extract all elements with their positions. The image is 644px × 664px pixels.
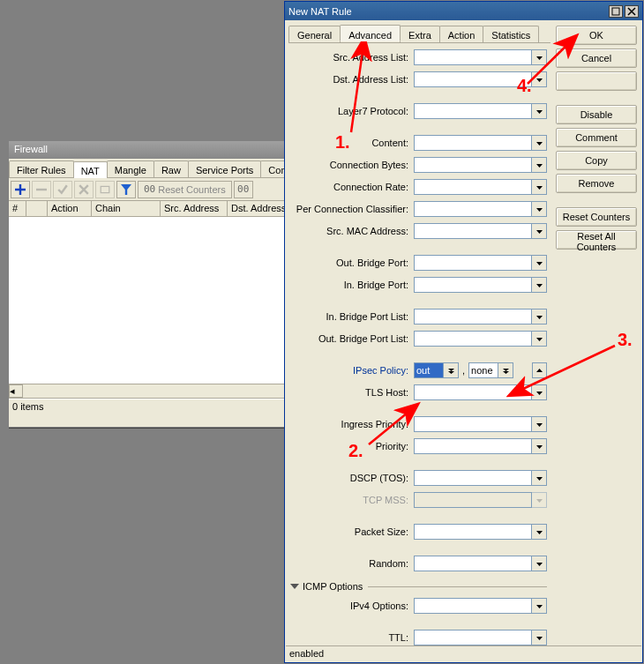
input-ipsec-level[interactable]: none [468,362,498,378]
dd-ipsec-level[interactable] [498,362,513,378]
input-in-bridge[interactable] [414,277,532,293]
input-ipv4-options[interactable] [414,598,532,614]
close-button[interactable] [625,5,639,18]
copy-button[interactable]: Copy [556,151,637,170]
tab-service-ports[interactable]: Service Ports [188,160,261,177]
dd-pcc[interactable] [532,201,547,217]
tab-nat[interactable]: NAT [73,161,108,178]
remove-button-win[interactable]: Remove [556,174,637,193]
collapse-ipsec[interactable] [532,362,547,378]
dd-ipv4-options[interactable] [532,598,547,614]
filter-button[interactable] [116,181,136,198]
label-layer7: Layer7 Protocol: [288,106,414,116]
dd-ipsec-direction[interactable] [444,362,459,378]
input-out-bridge[interactable] [414,255,532,271]
ok-button[interactable]: OK [556,26,637,45]
icmp-options-group[interactable]: ICMP Options [288,579,547,593]
dd-ttl[interactable] [532,630,547,645]
input-layer7[interactable] [414,103,532,119]
dd-tcp-mss [532,492,547,508]
tab-raw[interactable]: Raw [154,160,189,177]
dd-priority[interactable] [532,438,547,454]
tab-advanced[interactable]: Advanced [340,25,401,41]
input-pcc[interactable] [414,201,532,217]
disable-button[interactable]: Disable [556,105,637,124]
col-blank[interactable] [26,201,48,216]
label-random: Random: [288,558,414,569]
input-random[interactable] [414,556,532,571]
comma-sep: , [459,365,468,376]
input-conn-bytes[interactable] [414,157,532,173]
reset-all-counters-button[interactable]: Reset All Counters [556,230,637,250]
tab-extra[interactable]: Extra [400,26,440,42]
dd-random[interactable] [532,556,547,571]
icmp-options-label: ICMP Options [303,581,363,592]
input-out-bridge-list[interactable] [414,331,532,347]
tab-action[interactable]: Action [439,26,484,42]
svg-rect-2 [612,8,619,15]
add-button[interactable] [11,181,30,198]
tab-statistics[interactable]: Statistics [483,26,539,42]
label-content: Content: [288,138,414,148]
dd-in-bridge-list[interactable] [532,309,547,325]
label-pcc: Per Connection Classifier: [288,204,414,214]
comment-button[interactable] [95,181,115,198]
button-column: OK Cancel Disable Comment Copy Remove Re… [556,20,642,645]
scroll-left-button[interactable]: ◂ [9,384,23,398]
input-priority[interactable] [414,438,532,454]
chevron-down-icon [290,584,299,589]
reset-counters-button-win[interactable]: Reset Counters [556,207,637,227]
dd-conn-rate[interactable] [532,179,547,195]
input-in-bridge-list[interactable] [414,309,532,325]
input-src-mac[interactable] [414,223,532,239]
remove-button[interactable] [32,181,51,198]
dd-out-bridge-list[interactable] [532,331,547,347]
input-ttl[interactable] [414,630,532,645]
label-tcp-mss: TCP MSS: [288,495,414,505]
statusbar: enabled [286,645,641,661]
minimize-button[interactable] [609,5,623,18]
input-dst-address-list[interactable] [414,71,532,87]
tab-filter-rules[interactable]: Filter Rules [9,160,74,177]
dd-ingress-priority[interactable] [532,416,547,432]
col-chain[interactable]: Chain [92,201,161,216]
svg-rect-1 [101,186,109,192]
form-pane: General Advanced Extra Action Statistics… [285,20,556,645]
comment-button-win[interactable]: Comment [556,128,637,147]
disable-button[interactable] [74,181,94,198]
dd-packet-size[interactable] [532,524,547,540]
tab-general[interactable]: General [288,26,341,42]
dd-conn-bytes[interactable] [532,157,547,173]
reset-all-counters-button[interactable]: 00 [234,181,253,198]
dd-tls-host[interactable] [532,384,547,400]
col-src[interactable]: Src. Address [161,201,228,216]
input-tls-host[interactable] [414,384,532,400]
col-action[interactable]: Action [48,201,92,216]
apply-button[interactable] [556,71,637,91]
dd-content[interactable] [532,135,547,151]
label-in-bridge-list: In. Bridge Port List: [288,311,414,322]
input-ingress-priority[interactable] [414,416,532,432]
dd-src-address-list[interactable] [532,49,547,65]
label-src-mac: Src. MAC Address: [288,226,414,236]
dd-layer7[interactable] [532,103,547,119]
window-title: New NAT Rule [288,6,607,17]
input-conn-rate[interactable] [414,179,532,195]
tab-mangle[interactable]: Mangle [107,160,154,177]
input-src-address-list[interactable] [414,49,532,65]
dd-out-bridge[interactable] [532,255,547,271]
reset-counters-button[interactable]: 00Reset Counters [138,181,232,198]
input-dscp[interactable] [414,470,532,486]
dd-dst-address-list[interactable] [532,71,547,87]
input-content[interactable] [414,135,532,151]
input-packet-size[interactable] [414,524,532,540]
label-dst-address-list: Dst. Address List: [288,74,414,85]
enable-button[interactable] [53,181,72,198]
input-ipsec-direction[interactable]: out [414,362,444,378]
cancel-button[interactable]: Cancel [556,48,637,68]
dd-dscp[interactable] [532,470,547,486]
label-conn-bytes: Connection Bytes: [288,160,414,170]
dd-in-bridge[interactable] [532,277,547,293]
dd-src-mac[interactable] [532,223,547,239]
col-num[interactable]: # [9,201,26,216]
